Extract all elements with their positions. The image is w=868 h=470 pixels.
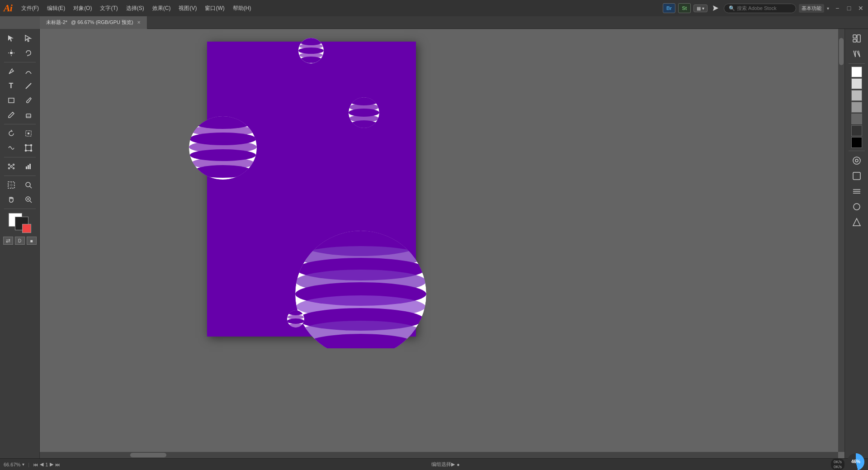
menu-edit[interactable]: 编辑(E) [43, 3, 69, 14]
svg-point-59 [350, 120, 377, 128]
paintbrush-tool[interactable] [20, 94, 37, 107]
ball-medium-right [347, 96, 381, 131]
right-transform-btn[interactable] [849, 215, 865, 229]
toolbar-divider-1 [4, 62, 36, 62]
ball-large-left [187, 112, 259, 185]
stock-button[interactable]: St [678, 3, 691, 13]
horizontal-scroll-thumb[interactable] [130, 453, 166, 457]
tab-close-button[interactable]: ✕ [137, 20, 141, 25]
right-shape-btn[interactable] [849, 200, 865, 214]
swap-colors-button[interactable]: ⇄ [3, 237, 13, 245]
hand-tool[interactable] [3, 193, 19, 206]
minimize-button[interactable]: − [834, 5, 841, 12]
vertical-scroll-thumb[interactable] [839, 38, 844, 65]
right-swatch-lightgray[interactable] [851, 78, 862, 89]
line-tool[interactable] [20, 79, 37, 93]
svg-line-31 [30, 201, 32, 203]
lasso-tool[interactable] [20, 46, 37, 60]
status-play-btn[interactable]: ▶ [451, 461, 455, 467]
properties-panel-btn[interactable] [849, 32, 865, 45]
status-mode-label: 编组选择 [431, 461, 451, 468]
color-swatch-area[interactable] [9, 213, 31, 233]
type-tool[interactable]: T [3, 79, 19, 93]
svg-rect-39 [853, 172, 860, 180]
search-bar[interactable]: 🔍 搜索 Adobe Stock [724, 4, 796, 13]
menu-object[interactable]: 对象(O) [70, 3, 95, 14]
libraries-panel-btn[interactable] [849, 47, 865, 61]
right-extra-btn-2[interactable] [849, 169, 865, 183]
menu-window[interactable]: 窗口(W) [201, 3, 228, 14]
svg-line-6 [26, 83, 31, 89]
select-tool[interactable] [3, 32, 19, 45]
last-page-btn[interactable]: ⏭ [55, 462, 60, 467]
transform-tool[interactable] [20, 127, 37, 140]
menu-file[interactable]: 文件(F) [18, 3, 42, 14]
view-mode-label: ▾ [702, 6, 704, 11]
svg-point-52 [300, 57, 322, 63]
toolbar-divider-4 [4, 176, 36, 176]
right-swatch-black[interactable] [851, 137, 862, 148]
svg-point-84 [287, 318, 304, 324]
toolbar-divider-2 [4, 124, 36, 124]
right-swatch-gray2[interactable] [851, 102, 862, 113]
workspace-dropdown-icon[interactable]: ▾ [827, 6, 829, 11]
pen-tool[interactable] [3, 65, 19, 78]
zoom-tool-hand[interactable] [20, 193, 37, 206]
send-icon[interactable] [710, 3, 721, 14]
menu-help[interactable]: 帮助(H) [229, 3, 255, 14]
close-button[interactable]: ✕ [857, 5, 864, 12]
menu-effect[interactable]: 效果(C) [149, 3, 175, 14]
eraser-tool[interactable] [20, 108, 37, 122]
zoom-tool-left[interactable] [20, 178, 37, 192]
status-stop-btn[interactable]: ● [457, 462, 460, 467]
svg-point-43 [854, 204, 860, 210]
right-swatch-white[interactable] [851, 66, 862, 77]
right-swatch-gray1[interactable] [851, 90, 862, 101]
menu-select[interactable]: 选择(S) [123, 3, 148, 14]
current-page: 1 [45, 462, 48, 467]
bridge-button[interactable]: Br [663, 3, 675, 13]
chart-tool[interactable] [20, 160, 37, 173]
rotate-tool[interactable] [3, 127, 19, 140]
svg-rect-7 [9, 98, 14, 103]
none-color-swatch[interactable] [22, 224, 31, 233]
zoom-dropdown-icon[interactable]: ▾ [22, 462, 24, 467]
svg-point-37 [853, 157, 860, 164]
free-transform-tool[interactable] [20, 141, 37, 155]
horizontal-scrollbar[interactable] [40, 452, 838, 458]
tab-info: @ 66.67% (RGB/GPU 预览) [71, 19, 133, 26]
svg-point-20 [8, 168, 9, 169]
workspace-label[interactable]: 基本功能 [799, 4, 824, 13]
pencil-tool[interactable] [3, 108, 19, 122]
search-placeholder: 搜索 Adobe Stock [737, 5, 776, 12]
svg-point-85 [288, 323, 303, 328]
maximize-button[interactable]: □ [845, 5, 853, 12]
right-align-btn[interactable] [849, 185, 865, 198]
magic-wand-tool[interactable] [3, 46, 19, 60]
color-mode-button[interactable]: ■ [27, 237, 37, 245]
prev-page-btn[interactable]: ◀ [40, 461, 43, 467]
right-swatch-darkgray[interactable] [851, 125, 862, 136]
first-page-btn[interactable]: ⏮ [33, 462, 38, 467]
symbol-tool[interactable] [3, 160, 19, 173]
canvas-area[interactable] [40, 29, 844, 458]
menu-view[interactable]: 视图(V) [175, 3, 200, 14]
warp-tool[interactable] [3, 141, 19, 155]
menu-text[interactable]: 文字(T) [96, 3, 121, 14]
app-logo: Ai [4, 2, 12, 14]
svg-rect-36 [857, 35, 860, 42]
document-tab[interactable]: 未标题-2* @ 66.67% (RGB/GPU 预览) ✕ [40, 16, 147, 29]
default-colors-button[interactable]: D [15, 237, 25, 245]
svg-line-29 [30, 186, 32, 188]
view-mode-selector[interactable]: ▦ ▾ [693, 5, 708, 12]
right-extra-btn-1[interactable] [849, 154, 865, 167]
slice-tool[interactable] [3, 178, 19, 192]
right-swatch-gray3[interactable] [851, 114, 862, 124]
vertical-scrollbar[interactable] [838, 29, 844, 452]
curvature-tool[interactable] [20, 65, 37, 78]
direct-select-tool[interactable] [20, 32, 37, 45]
svg-point-21 [13, 168, 14, 169]
next-page-btn[interactable]: ▶ [50, 461, 53, 467]
rectangle-tool[interactable] [3, 94, 19, 107]
shape-tools-row [3, 94, 37, 107]
